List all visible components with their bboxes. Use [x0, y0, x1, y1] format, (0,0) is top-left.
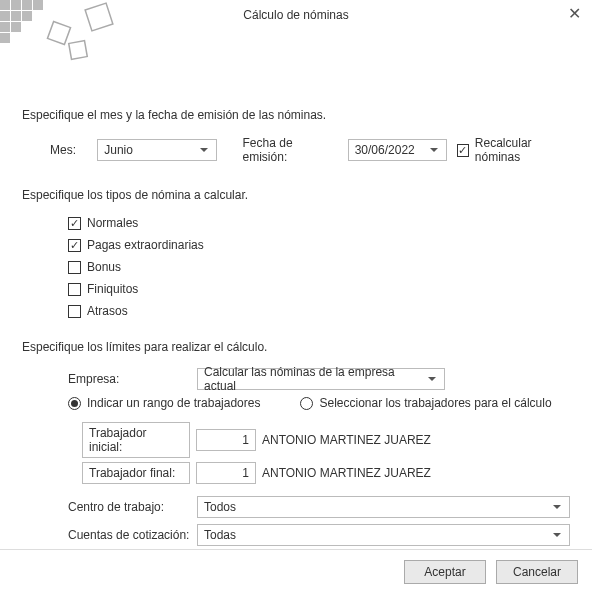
checkbox-checked-icon: ✓ [68, 217, 81, 230]
worker-initial-label: Trabajador inicial: [82, 422, 190, 458]
centro-select[interactable]: Todos [197, 496, 570, 518]
month-label: Mes: [50, 143, 97, 157]
worker-final-label: Trabajador final: [82, 462, 190, 484]
select-workers-radio-label: Seleccionar los trabajadores para el cál… [319, 396, 551, 410]
chevron-down-icon [549, 533, 565, 538]
centro-value: Todos [204, 500, 549, 514]
accept-button[interactable]: Aceptar [404, 560, 486, 584]
atrasos-checkbox[interactable]: Atrasos [68, 304, 128, 318]
atrasos-label: Atrasos [87, 304, 128, 318]
emission-date-label: Fecha de emisión: [243, 136, 332, 164]
pagas-label: Pagas extraordinarias [87, 238, 204, 252]
section-limits-label: Especifique los límites para realizar el… [22, 340, 570, 354]
pagas-checkbox[interactable]: ✓ Pagas extraordinarias [68, 238, 204, 252]
cancel-button[interactable]: Cancelar [496, 560, 578, 584]
cuentas-value: Todas [204, 528, 549, 542]
centro-label: Centro de trabajo: [22, 500, 197, 514]
emission-date-value: 30/06/2022 [355, 143, 426, 157]
checkbox-icon [68, 305, 81, 318]
worker-initial-num[interactable]: 1 [196, 429, 256, 451]
checkbox-icon [68, 283, 81, 296]
month-select[interactable]: Junio [97, 139, 216, 161]
bonus-label: Bonus [87, 260, 121, 274]
chevron-down-icon [549, 505, 565, 510]
checkbox-checked-icon: ✓ [68, 239, 81, 252]
radio-checked-icon [68, 397, 81, 410]
chevron-down-icon [424, 377, 440, 382]
cuentas-select[interactable]: Todas [197, 524, 570, 546]
dialog-title: Cálculo de nóminas [243, 8, 348, 22]
chevron-down-icon [426, 148, 442, 153]
worker-final-num[interactable]: 1 [196, 462, 256, 484]
section-date-label: Especifique el mes y la fecha de emisión… [22, 108, 570, 122]
chevron-down-icon [196, 148, 212, 153]
normales-label: Normales [87, 216, 138, 230]
checkbox-icon [68, 261, 81, 274]
worker-final-name: ANTONIO MARTINEZ JUAREZ [262, 466, 570, 480]
recalculate-label: Recalcular nóminas [475, 136, 570, 164]
finiquitos-checkbox[interactable]: Finiquitos [68, 282, 138, 296]
close-button[interactable]: ✕ [564, 4, 584, 23]
select-workers-radio[interactable]: Seleccionar los trabajadores para el cál… [300, 396, 551, 410]
finiquitos-label: Finiquitos [87, 282, 138, 296]
normales-checkbox[interactable]: ✓ Normales [68, 216, 138, 230]
bonus-checkbox[interactable]: Bonus [68, 260, 121, 274]
range-radio[interactable]: Indicar un rango de trabajadores [68, 396, 260, 410]
radio-icon [300, 397, 313, 410]
worker-initial-name: ANTONIO MARTINEZ JUAREZ [262, 433, 570, 447]
checkbox-checked-icon: ✓ [457, 144, 469, 157]
emission-date-select[interactable]: 30/06/2022 [348, 139, 447, 161]
empresa-label: Empresa: [22, 372, 197, 386]
empresa-select[interactable]: Calcular las nóminas de la empresa actua… [197, 368, 445, 390]
range-radio-label: Indicar un rango de trabajadores [87, 396, 260, 410]
empresa-value: Calcular las nóminas de la empresa actua… [204, 365, 424, 393]
cuentas-label: Cuentas de cotización: [22, 528, 197, 542]
section-types-label: Especifique los tipos de nómina a calcul… [22, 188, 570, 202]
close-icon: ✕ [568, 5, 581, 22]
recalculate-checkbox[interactable]: ✓ Recalcular nóminas [457, 136, 570, 164]
month-value: Junio [104, 143, 195, 157]
